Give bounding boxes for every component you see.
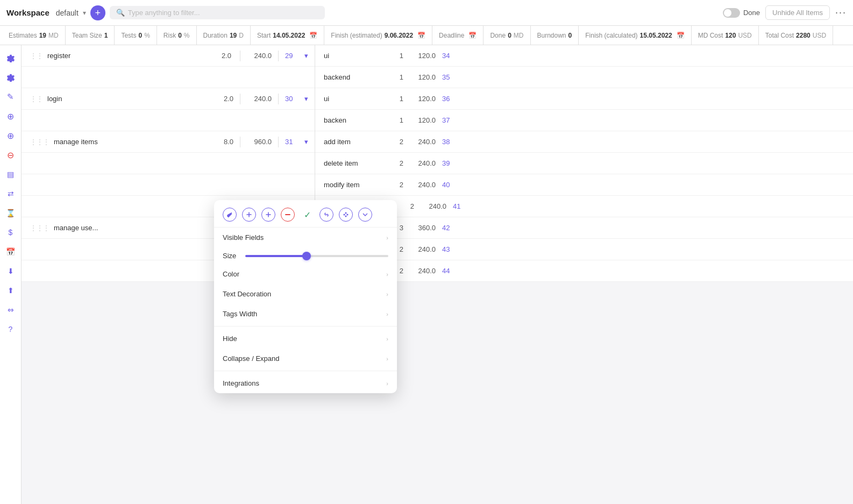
stat-totalcost-unit: USD	[813, 32, 826, 39]
svg-point-0	[344, 214, 345, 216]
task-name: delete item	[324, 159, 388, 167]
stat-deadline-calendar-icon[interactable]: 📅	[468, 32, 477, 39]
task-dur: 360.0	[410, 224, 442, 232]
table-row: backend 1 120.0 35	[22, 67, 853, 88]
task-cnt: 1	[388, 95, 410, 103]
stat-finish-calc-calendar-icon[interactable]: 📅	[677, 32, 685, 39]
task-id: 42	[442, 224, 450, 232]
size-slider-thumb[interactable]	[302, 252, 311, 260]
task-id: 34	[442, 52, 450, 60]
table-row: delete item 2 240.0 39	[22, 153, 853, 174]
context-item-tags-width[interactable]: Tags Width ›	[214, 304, 397, 324]
workspace-name: default	[56, 9, 79, 17]
row-name-manage-users: manage use...	[54, 224, 151, 232]
context-item-color[interactable]: Color ›	[214, 264, 397, 284]
color-label: Color	[223, 270, 239, 278]
ctx-add-icon[interactable]	[242, 208, 256, 222]
sidebar-icon-add-circle[interactable]: ⊕	[2, 108, 19, 125]
ctx-link-icon[interactable]	[319, 208, 333, 222]
workspace-dropdown-arrow[interactable]: ▾	[83, 9, 86, 17]
task-id: 40	[442, 181, 450, 189]
task-name: backen	[324, 116, 388, 124]
expand-manage-items[interactable]: ▾	[304, 138, 315, 146]
row-id-login: 30	[279, 95, 300, 103]
ctx-add-alt-icon[interactable]	[261, 208, 275, 222]
expand-register[interactable]: ▾	[304, 52, 315, 60]
task-id: 37	[442, 116, 450, 124]
stat-start-value: 14.05.2022	[273, 32, 305, 39]
row-dur-manage-items: 960.0	[240, 138, 278, 146]
drag-handle[interactable]: ⋮⋮⋮	[30, 138, 49, 146]
context-item-visible-fields[interactable]: Visible Fields ›	[214, 228, 397, 247]
sidebar-icon-upload[interactable]: ⬆	[2, 282, 19, 299]
task-id: 38	[442, 138, 450, 146]
stat-duration-label: Duration	[203, 32, 228, 39]
search-bar[interactable]: 🔍 Type anything to filter...	[110, 6, 325, 19]
sidebar-icon-download[interactable]: ⬇	[2, 262, 19, 280]
stat-burndown-label: Burndown	[537, 32, 566, 39]
ctx-edit-icon[interactable]	[223, 208, 237, 222]
task-dur: 240.0	[410, 181, 442, 189]
stat-mdcost-value: 120	[725, 32, 736, 39]
sidebar-icon-help[interactable]: ?	[2, 321, 19, 338]
task-cnt: 1	[388, 116, 410, 124]
search-icon: 🔍	[116, 9, 125, 17]
context-item-integrations[interactable]: Integrations ›	[214, 373, 397, 393]
context-item-collapse-expand[interactable]: Collapse / Expand ›	[214, 349, 397, 368]
stat-risk-label: Risk	[164, 32, 176, 39]
ctx-expand-icon[interactable]	[358, 208, 372, 222]
sidebar-icon-calendar[interactable]: 📅	[2, 243, 19, 260]
svg-point-3	[345, 216, 347, 217]
add-button[interactable]: +	[90, 5, 105, 20]
stat-start-calendar-icon[interactable]: 📅	[309, 32, 317, 39]
svg-point-1	[347, 214, 349, 216]
context-item-hide[interactable]: Hide ›	[214, 329, 397, 349]
chevron-right-icon: ›	[386, 336, 388, 342]
stat-start: Start 14.05.2022 📅	[251, 26, 324, 45]
sidebar-icon-edit[interactable]: ✎	[2, 88, 19, 105]
sidebar-icon-settings2[interactable]	[2, 69, 19, 86]
task-name: ui	[324, 95, 388, 103]
size-slider[interactable]	[245, 255, 388, 257]
sidebar-icon-document[interactable]: ▤	[2, 166, 19, 183]
integrations-label: Integrations	[223, 379, 259, 387]
stat-estimates: Estimates 19 MD	[9, 26, 66, 45]
ctx-remove-icon[interactable]	[281, 208, 295, 222]
sidebar-icon-remove[interactable]: ⊖	[2, 146, 19, 164]
unhide-button[interactable]: Unhide All Items	[765, 5, 830, 20]
stats-bar: Estimates 19 MD Team Size 1 Tests 0 % Ri…	[0, 26, 853, 45]
more-button[interactable]: ···	[835, 7, 847, 18]
drag-handle[interactable]: ⋮⋮⋮	[30, 224, 49, 232]
stat-tests-unit: %	[144, 32, 150, 39]
task-dur: 240.0	[421, 202, 453, 210]
context-toolbar: ✓	[214, 200, 397, 228]
divider	[214, 326, 397, 326]
ctx-check-icon[interactable]: ✓	[300, 208, 314, 222]
context-item-text-decoration[interactable]: Text Decoration ›	[214, 284, 397, 304]
ctx-group-icon[interactable]	[339, 208, 353, 222]
table-row: modify user 2 240.0 44	[22, 260, 853, 282]
stat-risk-unit: %	[184, 32, 190, 39]
sidebar-icon-dollar[interactable]: $	[2, 224, 19, 241]
drag-handle[interactable]: ⋮⋮	[30, 52, 43, 60]
done-toggle-switch[interactable]	[723, 8, 740, 18]
sidebar-icon-shuffle[interactable]: ⇄	[2, 185, 19, 202]
chevron-right-icon: ›	[386, 311, 388, 317]
header: Workspace default ▾ + 🔍 Type anything to…	[0, 0, 853, 26]
stat-mdcost: MD Cost 120 USD	[692, 26, 759, 45]
stat-estimates-unit: MD	[48, 32, 59, 39]
table-row: delete user 2 240.0 43	[22, 239, 853, 260]
drag-handle[interactable]: ⋮⋮	[30, 95, 43, 103]
stat-totalcost-value: 2280	[796, 32, 811, 39]
task-name: ui	[324, 52, 388, 60]
sidebar-icon-timer[interactable]: ⌛	[2, 204, 19, 222]
stat-teamsize-label: Team Size	[72, 32, 102, 39]
row-dur-register: 240.0	[240, 52, 278, 60]
collapse-expand-label: Collapse / Expand	[223, 354, 280, 363]
expand-login[interactable]: ▾	[304, 95, 315, 103]
task-dur: 120.0	[410, 95, 442, 103]
sidebar-icon-settings[interactable]	[2, 49, 19, 67]
stat-finish-est-calendar-icon[interactable]: 📅	[417, 32, 425, 39]
sidebar-icon-arrows[interactable]: ⇔	[2, 301, 19, 318]
sidebar-icon-add-circle2[interactable]: ⊕	[2, 127, 19, 144]
